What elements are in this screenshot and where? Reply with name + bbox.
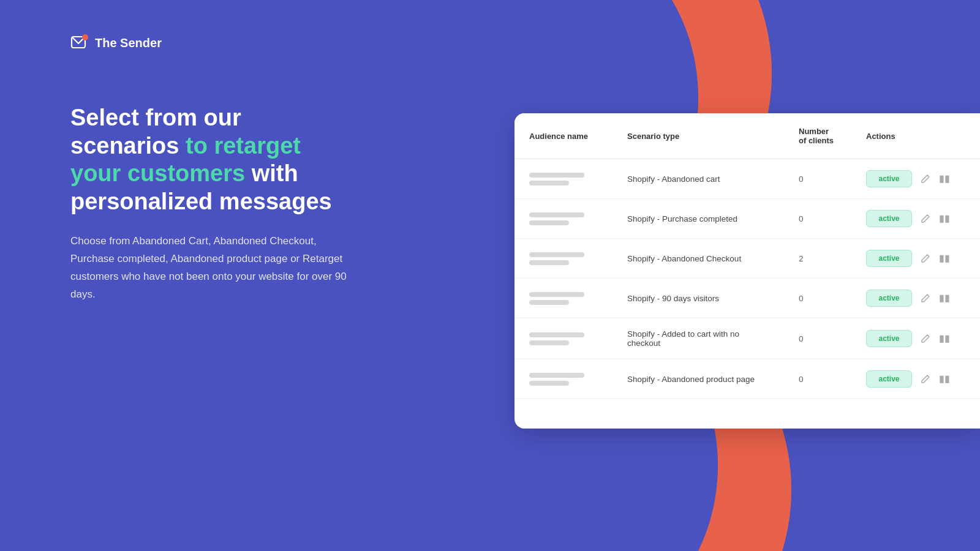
edit-button[interactable] (921, 334, 930, 343)
audience-name-placeholder (529, 173, 598, 186)
pause-icon: ▮▮ (939, 373, 950, 384)
actions-cell: active ▮▮ (851, 199, 980, 239)
actions-cell: active ▮▮ (851, 359, 980, 399)
actions-cell: active ▮▮ (851, 279, 980, 318)
table-header-row: Audience name Scenario type Number of cl… (514, 113, 980, 159)
pause-icon: ▮▮ (939, 293, 950, 304)
description-text: Choose from Abandoned Cart, Abandoned Ch… (70, 233, 352, 304)
logo-text: The Sender (95, 36, 162, 50)
pause-icon: ▮▮ (939, 333, 950, 344)
sender-logo-icon (70, 34, 89, 52)
placeholder-line-short (529, 300, 569, 305)
clients-count-cell: 0 (784, 359, 851, 399)
col-number-clients: Number of clients (784, 113, 851, 159)
edit-button[interactable] (921, 374, 930, 384)
placeholder-line-long (529, 212, 584, 217)
scenario-type-cell: Shopify - Abandoned Checkout (612, 239, 784, 279)
audience-name-cell (514, 279, 612, 318)
actions-cell: active ▮▮ (851, 159, 980, 199)
actions-cell: active ▮▮ (851, 239, 980, 279)
placeholder-line-long (529, 173, 584, 178)
table-row: Shopify - Added to cart with no checkout… (514, 318, 980, 359)
pause-button[interactable]: ▮▮ (939, 253, 950, 264)
pause-button[interactable]: ▮▮ (939, 213, 950, 224)
headline: Select from ourscenarios to retargetyour… (70, 104, 389, 216)
col-actions: Actions (851, 113, 980, 159)
audience-name-placeholder (529, 332, 598, 345)
edit-icon (921, 374, 930, 384)
scenario-type-cell: Shopify - Added to cart with no checkout (612, 318, 784, 359)
pause-icon: ▮▮ (939, 213, 950, 224)
edit-button[interactable] (921, 293, 930, 303)
status-badge: active (866, 290, 912, 307)
placeholder-line-long (529, 292, 584, 297)
placeholder-line-short (529, 381, 569, 386)
placeholder-line-short (529, 340, 569, 345)
scenarios-table: Audience name Scenario type Number of cl… (514, 113, 980, 429)
clients-count-cell: 0 (784, 318, 851, 359)
col-audience-name: Audience name (514, 113, 612, 159)
svg-rect-1 (82, 34, 88, 40)
spacer-row (514, 399, 980, 429)
edit-button[interactable] (921, 174, 930, 184)
audience-name-cell (514, 318, 612, 359)
edit-icon (921, 334, 930, 343)
edit-icon (921, 214, 930, 223)
table-row: Shopify - Purchase completed0 active ▮▮ (514, 199, 980, 239)
audience-name-cell (514, 199, 612, 239)
placeholder-line-long (529, 332, 584, 337)
actions-cell: active ▮▮ (851, 318, 980, 359)
placeholder-line-short (529, 260, 569, 265)
audience-name-placeholder (529, 292, 598, 305)
scenario-type-cell: Shopify - Purchase completed (612, 199, 784, 239)
table-row: Shopify - Abandoned cart0 active ▮▮ (514, 159, 980, 199)
table-row: Shopify - Abandoned product page0 active… (514, 359, 980, 399)
pause-button[interactable]: ▮▮ (939, 373, 950, 384)
pause-button[interactable]: ▮▮ (939, 173, 950, 184)
table-row: Shopify - Abandoned Checkout2 active ▮▮ (514, 239, 980, 279)
edit-icon (921, 293, 930, 303)
audience-name-cell (514, 359, 612, 399)
edit-button[interactable] (921, 253, 930, 263)
left-content: Select from ourscenarios to retargetyour… (70, 104, 389, 304)
edit-icon (921, 174, 930, 184)
clients-count-cell: 0 (784, 159, 851, 199)
audience-name-placeholder (529, 373, 598, 386)
audience-name-cell (514, 159, 612, 199)
status-badge: active (866, 210, 912, 227)
status-badge: active (866, 170, 912, 187)
col-scenario-type: Scenario type (612, 113, 784, 159)
edit-icon (921, 253, 930, 263)
status-badge: active (866, 370, 912, 388)
scenario-type-cell: Shopify - Abandoned product page (612, 359, 784, 399)
audience-name-placeholder (529, 252, 598, 265)
pause-icon: ▮▮ (939, 173, 950, 184)
table-row: Shopify - 90 days visitors0 active ▮▮ (514, 279, 980, 318)
scenario-type-cell: Shopify - 90 days visitors (612, 279, 784, 318)
clients-count-cell: 2 (784, 239, 851, 279)
audience-name-cell (514, 239, 612, 279)
placeholder-line-short (529, 181, 569, 186)
table-card: Audience name Scenario type Number of cl… (514, 113, 980, 429)
pause-button[interactable]: ▮▮ (939, 293, 950, 304)
clients-count-cell: 0 (784, 199, 851, 239)
status-badge: active (866, 330, 912, 347)
status-badge: active (866, 250, 912, 267)
edit-button[interactable] (921, 214, 930, 223)
clients-count-cell: 0 (784, 279, 851, 318)
audience-name-placeholder (529, 212, 598, 225)
placeholder-line-long (529, 252, 584, 257)
pause-button[interactable]: ▮▮ (939, 333, 950, 344)
scenario-type-cell: Shopify - Abandoned cart (612, 159, 784, 199)
placeholder-line-short (529, 220, 569, 225)
logo-area: The Sender (70, 34, 162, 52)
placeholder-line-long (529, 373, 584, 378)
pause-icon: ▮▮ (939, 253, 950, 264)
